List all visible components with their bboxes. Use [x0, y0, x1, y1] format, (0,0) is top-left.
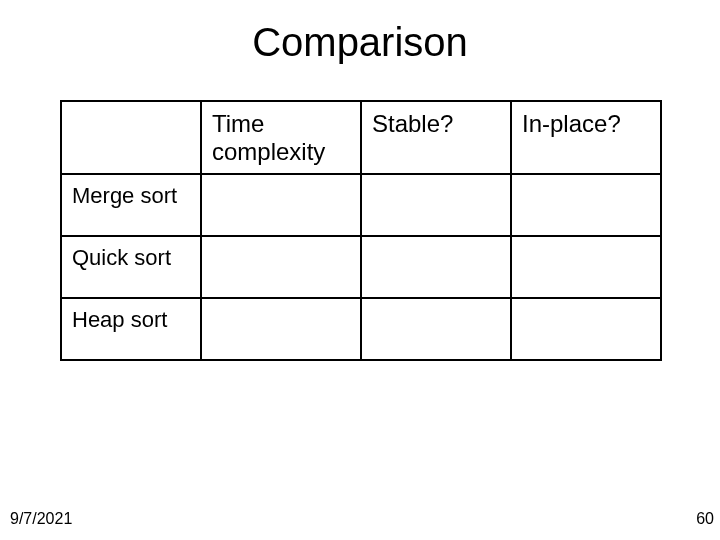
table-header-row: Time complexity Stable? In-place? [61, 101, 661, 174]
row-label-heap-sort: Heap sort [61, 298, 201, 360]
cell [361, 236, 511, 298]
cell [201, 298, 361, 360]
header-blank [61, 101, 201, 174]
header-stable: Stable? [361, 101, 511, 174]
table-row: Quick sort [61, 236, 661, 298]
cell [361, 298, 511, 360]
cell [511, 236, 661, 298]
row-label-merge-sort: Merge sort [61, 174, 201, 236]
comparison-table: Time complexity Stable? In-place? Merge … [60, 100, 662, 361]
cell [361, 174, 511, 236]
header-time-complexity: Time complexity [201, 101, 361, 174]
footer-date: 9/7/2021 [10, 510, 72, 528]
cell [511, 174, 661, 236]
footer-page-number: 60 [696, 510, 714, 528]
cell [201, 174, 361, 236]
row-label-quick-sort: Quick sort [61, 236, 201, 298]
table-row: Heap sort [61, 298, 661, 360]
slide: Comparison Time complexity Stable? In-pl… [0, 0, 720, 540]
table-row: Merge sort [61, 174, 661, 236]
comparison-table-container: Time complexity Stable? In-place? Merge … [60, 100, 660, 361]
header-in-place: In-place? [511, 101, 661, 174]
page-title: Comparison [0, 20, 720, 65]
cell [511, 298, 661, 360]
cell [201, 236, 361, 298]
